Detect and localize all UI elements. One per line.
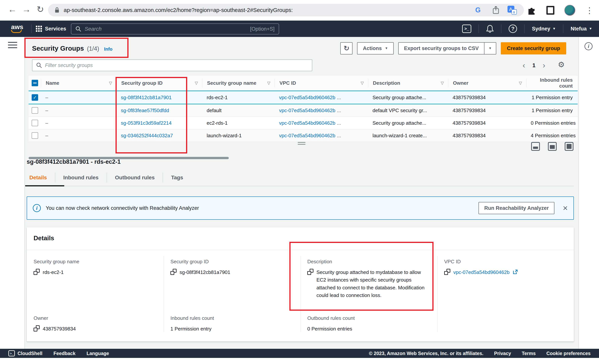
external-link-icon[interactable] (513, 269, 518, 275)
column-filter-icon[interactable]: ▽ (109, 81, 112, 85)
share-icon[interactable] (493, 6, 499, 14)
refresh-button[interactable]: ↻ (340, 42, 352, 54)
tab-tags[interactable]: Tags (163, 173, 191, 183)
pane-size-small-icon[interactable] (531, 142, 540, 151)
column-filter-icon[interactable]: ▽ (441, 81, 444, 85)
language-link[interactable]: Language (87, 351, 109, 356)
copy-icon[interactable] (444, 269, 450, 275)
table-row[interactable]: – sg-0f83feae57f50dfdd default vpc-07ed5… (29, 104, 578, 117)
address-bar[interactable]: ap-southeast-2.console.aws.amazon.com/ec… (48, 4, 524, 16)
aws-logo[interactable]: aws (11, 23, 23, 33)
selection-count: (1/4) (87, 45, 99, 52)
security-group-id-link[interactable]: sg-0f83feae57f50dfdd (121, 108, 169, 113)
aws-search-bar[interactable]: [Option+S] (71, 23, 279, 34)
filter-security-groups-input[interactable] (45, 62, 308, 68)
cloudshell-icon[interactable]: >_ (462, 25, 471, 33)
vpc-id-link[interactable]: vpc-07ed5a54bd960462b (453, 268, 510, 276)
cookie-preferences-link[interactable]: Cookie preferences (546, 351, 590, 356)
browser-refresh-icon[interactable]: ↻ (37, 4, 44, 15)
browser-forward-icon[interactable]: → (22, 4, 31, 15)
notifications-bell-icon[interactable] (486, 25, 494, 33)
copy-icon[interactable] (170, 269, 176, 275)
browser-menu-icon[interactable]: ⋮ (585, 6, 594, 15)
copy-icon[interactable] (34, 269, 40, 275)
help-icon[interactable]: ? (509, 25, 517, 33)
table-row[interactable]: – sg-0346252f444c032a7 launch-wizard-1 v… (29, 129, 578, 142)
table-row[interactable]: – sg-053f91c3d59af2214 ec2-rds-1 vpc-07e… (29, 117, 578, 129)
security-group-id-link[interactable]: sg-053f91c3d59af2214 (121, 120, 172, 126)
tab-outbound-rules[interactable]: Outbound rules (107, 173, 163, 183)
detail-tabs: Details Inbound rules Outbound rules Tag… (27, 170, 191, 185)
prev-page-icon[interactable]: ‹ (523, 61, 525, 70)
tab-inbound-rules[interactable]: Inbound rules (55, 173, 107, 183)
services-grid-icon (36, 26, 42, 32)
table-header-row: Name▽ Security group ID▽ Security group … (29, 76, 578, 91)
main-panel: Security Groups (1/4) Info ↻ Actions▼ Ex… (25, 37, 578, 349)
browser-profile-avatar[interactable] (564, 5, 575, 16)
split-pane-drag-handle[interactable] (298, 142, 305, 146)
console-content: i Security Groups (1/4) Info ↻ Actions▼ … (0, 37, 599, 349)
info-panel-icon[interactable]: i (584, 42, 592, 50)
create-security-group-button[interactable]: Create security group (501, 42, 566, 54)
vpc-id-link[interactable]: vpc-07ed5a54bd960462b (279, 95, 335, 100)
google-icon[interactable]: G (474, 6, 482, 14)
row-checkbox[interactable] (32, 132, 38, 139)
extensions-puzzle-icon[interactable] (527, 6, 537, 15)
vpc-id-link[interactable]: vpc-07ed5a54bd960462b (279, 108, 335, 113)
region-selector[interactable]: Sydney▼ (532, 26, 556, 32)
privacy-link[interactable]: Privacy (494, 351, 511, 356)
terms-link[interactable]: Terms (522, 351, 536, 356)
copy-icon[interactable] (34, 325, 40, 331)
column-filter-icon[interactable]: ▽ (361, 81, 364, 85)
table-settings-gear-icon[interactable]: ⚙ (558, 60, 565, 69)
actions-button[interactable]: Actions▼ (357, 42, 394, 54)
selected-group-heading: sg-08f3f412cb81a7901 - rds-ec2-1 (27, 158, 121, 165)
field-label: VPC ID (444, 259, 566, 265)
table-row[interactable]: ✓ – sg-08f3f412cb81a7901 rds-ec2-1 vpc-0… (29, 91, 578, 104)
feedback-link[interactable]: Feedback (53, 351, 76, 356)
pane-size-full-icon[interactable] (565, 142, 573, 151)
row-checkbox[interactable] (32, 120, 38, 126)
row-checkbox[interactable]: ✓ (32, 94, 38, 101)
tab-details[interactable]: Details (27, 173, 55, 183)
copy-icon[interactable] (307, 269, 313, 275)
row-checkbox[interactable] (32, 107, 38, 114)
hamburger-menu-icon[interactable] (8, 42, 17, 50)
navbar-divider (563, 24, 563, 33)
navbar-divider (31, 24, 32, 33)
run-reachability-analyzer-button[interactable]: Run Reachability Analyzer (478, 202, 554, 214)
vpc-id-link[interactable]: vpc-07ed5a54bd960462b (279, 120, 335, 126)
security-group-id-link[interactable]: sg-08f3f412cb81a7901 (121, 95, 172, 100)
export-dropdown-button[interactable]: ▼ (484, 43, 496, 54)
reachability-banner: i You can now check network connectivity… (27, 196, 574, 220)
vpc-id-link[interactable]: vpc-07ed5a54bd960462b (279, 133, 335, 138)
next-page-icon[interactable]: › (543, 61, 545, 70)
lock-icon (54, 7, 60, 13)
card-divider (27, 250, 574, 250)
cloudshell-link[interactable]: >_ CloudShell (9, 350, 43, 356)
close-icon[interactable]: × (563, 204, 568, 212)
chevron-down-icon: ▼ (589, 27, 592, 31)
column-filter-icon[interactable]: ▽ (267, 81, 270, 85)
select-all-checkbox[interactable] (32, 80, 38, 86)
services-menu[interactable]: Services (36, 21, 66, 37)
aws-navbar: aws Services [Option+S] >_ ? Sydney▼ Nte… (0, 21, 599, 37)
field-label: Security group ID (170, 259, 292, 265)
refresh-icon: ↻ (344, 44, 349, 52)
navbar-divider (501, 24, 501, 33)
security-group-id-link[interactable]: sg-0346252f444c032a7 (121, 133, 173, 138)
column-filter-icon[interactable]: ▽ (195, 81, 198, 85)
column-filter-icon[interactable]: ▽ (519, 81, 522, 85)
left-nav-rail (0, 37, 25, 349)
browser-back-icon[interactable]: ← (8, 4, 17, 15)
info-link[interactable]: Info (104, 46, 113, 52)
field-label: Owner (34, 315, 156, 321)
pane-size-medium-icon[interactable] (548, 142, 557, 151)
aws-search-input[interactable] (85, 26, 250, 32)
translate-icon[interactable]: Aa (507, 5, 517, 15)
browser-chrome: ← → ↻ ap-southeast-2.console.aws.amazon.… (0, 0, 599, 21)
field-label: Security group name (34, 259, 156, 265)
reading-mode-icon[interactable] (546, 6, 554, 15)
account-menu[interactable]: Ntefua▼ (571, 26, 592, 32)
export-csv-button[interactable]: Export security groups to CSV (399, 43, 484, 54)
